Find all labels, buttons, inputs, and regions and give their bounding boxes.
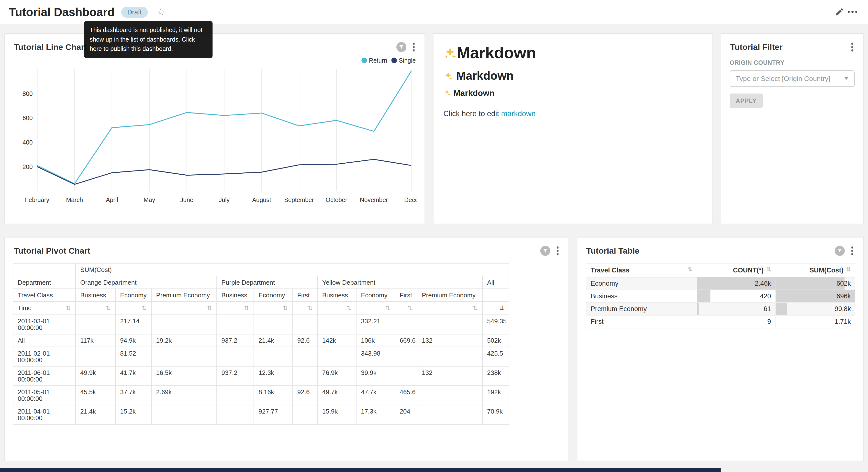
origin-country-label: ORIGIN COUNTRY: [730, 59, 855, 65]
pivot-cell: 238k: [483, 366, 509, 385]
bottom-dark-strip: [0, 468, 721, 472]
pivot-cell: 117k: [75, 334, 115, 347]
pivot-cell: [395, 366, 417, 385]
filter-indicator-icon[interactable]: [540, 246, 550, 256]
favorite-star-icon[interactable]: ☆: [157, 7, 164, 17]
svg-text:April: April: [106, 196, 118, 203]
markdown-h2-text: Markdown: [456, 69, 514, 82]
cell-count: 420: [697, 290, 776, 302]
pivot-cell: 502k: [483, 334, 509, 347]
pivot-class-header: Economy: [115, 289, 151, 301]
legend-label-single: Single: [399, 57, 416, 63]
page-title: Tutorial Dashboard: [9, 5, 115, 19]
pencil-icon: [835, 7, 844, 17]
pivot-cell: 132: [417, 366, 483, 385]
cell-travel-class: First: [586, 315, 697, 328]
markdown-card: Markdown Markdown Markdown Click here to…: [433, 33, 713, 224]
more-menu-icon[interactable]: [846, 5, 859, 19]
pivot-sort-cell: ⇅: [75, 301, 115, 315]
edit-dashboard-icon[interactable]: [833, 5, 846, 19]
table-card-kebab-icon[interactable]: [850, 245, 854, 256]
sort-icon[interactable]: ⇅: [244, 304, 249, 311]
pivot-cell: 669.6: [395, 334, 417, 347]
sort-icon[interactable]: ⇅: [207, 304, 212, 311]
line-chart-kebab-icon[interactable]: [411, 41, 416, 52]
funnel-icon: [398, 44, 404, 50]
pivot-cell: 92.6: [293, 334, 318, 347]
pivot-sort-cell: ⇅: [254, 301, 292, 315]
sort-icon[interactable]: ⇅: [385, 304, 390, 311]
pivot-cell: 45.5k: [75, 385, 115, 405]
sort-icon: ⇅: [766, 266, 771, 272]
cell-sum: 1.71k: [776, 315, 855, 328]
pivot-cell: [417, 385, 483, 405]
cell-count: 9: [697, 315, 776, 328]
sort-icon[interactable]: ⇅: [283, 304, 288, 311]
pivot-cell: 16.5k: [151, 366, 217, 385]
legend-item-single[interactable]: Single: [392, 57, 416, 63]
pivot-row: All117k94.9k19.2k937.221.4k92.6142k106k6…: [13, 334, 509, 347]
svg-text:February: February: [25, 196, 50, 203]
svg-text:March: March: [66, 196, 83, 203]
travel-class-table: Travel Class⇅COUNT(*)⇅SUM(Cost)⇅Economy2…: [586, 263, 855, 328]
pivot-cell: 81.52: [115, 347, 151, 366]
filter-card-kebab-icon[interactable]: [850, 41, 854, 52]
dashboard-page: Tutorial Dashboard Draft ☆ This dashboar…: [0, 0, 868, 472]
pivot-class-header: Business: [217, 289, 254, 301]
sort-icon: ⇅: [688, 266, 692, 272]
pivot-cell: 94.9k: [115, 334, 151, 347]
pivot-cell: 425.5: [483, 347, 509, 366]
legend-item-return[interactable]: Return: [362, 57, 387, 63]
pivot-cell: [293, 405, 318, 424]
markdown-h1-text: Markdown: [457, 44, 536, 62]
pivot-cell: [254, 315, 292, 334]
sort-icon[interactable]: ⇅: [105, 304, 111, 311]
pivot-cell: [254, 347, 292, 366]
pivot-row-label: 2011-02-01 00:00:00: [13, 347, 75, 366]
pivot-cell: 15.9k: [317, 405, 356, 424]
col-header-travel-class[interactable]: Travel Class⇅: [586, 263, 697, 277]
sort-icon[interactable]: ⇅: [473, 304, 478, 311]
filter-indicator-icon[interactable]: [835, 246, 844, 256]
pivot-row-label: 2011-05-01 00:00:00: [13, 385, 75, 405]
sort-icon[interactable]: ⇅: [346, 304, 351, 311]
sort-icon[interactable]: ⇅: [407, 304, 412, 311]
svg-text:800: 800: [23, 90, 33, 97]
origin-country-select[interactable]: Type or Select [Origin Country]: [730, 70, 855, 87]
sort-icon[interactable]: ⇅: [142, 304, 147, 311]
pivot-cell: [317, 347, 356, 366]
pivot-cell: 70.9k: [483, 405, 509, 424]
table-row: First91.71k: [586, 315, 855, 328]
filter-indicator-icon[interactable]: [396, 42, 406, 52]
pivot-cell: [317, 315, 356, 334]
chevron-down-icon: [844, 77, 849, 80]
pivot-card-kebab-icon[interactable]: [556, 245, 560, 256]
pivot-class-header: First: [395, 289, 417, 301]
svg-text:June: June: [180, 196, 193, 203]
pivot-chart-card: Tutorial Pivot Chart SUM(Cost)Department…: [4, 237, 569, 461]
status-badge[interactable]: Draft: [121, 6, 148, 18]
cell-count: 2.46k: [697, 277, 776, 290]
apply-button[interactable]: APPLY: [730, 93, 763, 108]
pivot-row: 2011-04-01 00:00:0021.4k15.2k927.7715.9k…: [13, 405, 509, 424]
col-header-count[interactable]: COUNT(*)⇅: [697, 263, 776, 277]
col-header-sum[interactable]: SUM(Cost)⇅: [776, 263, 855, 277]
edit-markdown-link[interactable]: markdown: [501, 110, 536, 118]
table-card: Tutorial Table Travel Class⇅COUNT(*)⇅SUM…: [577, 237, 864, 461]
markdown-paragraph: Click here to edit markdown: [443, 110, 703, 118]
sort-icon[interactable]: ⇅: [308, 304, 313, 311]
sparkle-icon: [443, 46, 457, 59]
pivot-group-header: Orange Department: [75, 276, 217, 288]
pivot-table-grid: SUM(Cost)DepartmentOrange DepartmentPurp…: [13, 263, 509, 424]
sort-icon[interactable]: ⇅: [66, 304, 71, 311]
pivot-cell: 142k: [317, 334, 356, 347]
sort-desc-icon[interactable]: ⇊: [499, 304, 504, 311]
pivot-row: 2011-06-01 00:00:0049.9k41.7k16.5k937.21…: [13, 366, 509, 385]
funnel-icon: [837, 248, 842, 254]
cell-travel-class: Business: [586, 290, 697, 302]
pivot-class-dim-header: Travel Class: [13, 289, 75, 301]
pivot-cell: [293, 347, 318, 366]
data-table: Travel Class⇅COUNT(*)⇅SUM(Cost)⇅Economy2…: [577, 256, 863, 328]
pivot-cell: [417, 315, 483, 334]
funnel-icon: [542, 248, 548, 254]
